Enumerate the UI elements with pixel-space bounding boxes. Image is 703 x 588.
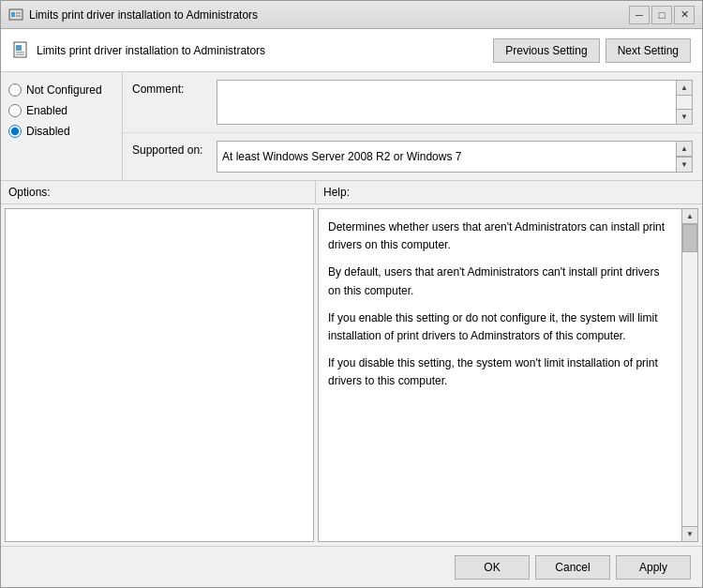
previous-setting-button[interactable]: Previous Setting <box>493 38 599 63</box>
help-para-2: By default, users that aren't Administra… <box>328 264 672 299</box>
supported-input-area: At least Windows Server 2008 R2 or Windo… <box>217 141 693 173</box>
not-configured-radio[interactable] <box>8 83 22 97</box>
bottom-area: Options: Help: Determines whether users … <box>1 181 702 546</box>
enabled-radio[interactable] <box>8 104 22 117</box>
help-para-4: If you disable this setting, the system … <box>328 354 672 390</box>
disabled-option[interactable]: Disabled <box>8 125 114 138</box>
disabled-label: Disabled <box>26 125 70 138</box>
help-scroll-thumb <box>682 224 697 252</box>
supported-label: Supported on: <box>132 141 217 157</box>
comment-input-area: ▲ ▼ <box>217 80 693 125</box>
help-para-1: Determines whether users that aren't Adm… <box>328 219 672 254</box>
title-bar-controls: ─ □ ✕ <box>629 6 695 24</box>
apply-button[interactable]: Apply <box>616 555 691 580</box>
title-bar: Limits print driver installation to Admi… <box>1 1 702 29</box>
cancel-button[interactable]: Cancel <box>535 555 610 580</box>
right-section: Comment: ▲ ▼ Supported on: <box>123 72 702 180</box>
window-title: Limits print driver installation to Admi… <box>29 8 258 22</box>
enabled-label: Enabled <box>26 104 67 117</box>
supported-scrollbar: ▲ ▼ <box>676 142 692 172</box>
supported-scroll-down[interactable]: ▼ <box>677 157 692 172</box>
next-setting-button[interactable]: Next Setting <box>606 38 691 63</box>
disabled-radio[interactable] <box>8 125 22 138</box>
help-scroll-down[interactable]: ▼ <box>682 526 697 541</box>
minimize-button[interactable]: ─ <box>629 6 650 24</box>
enabled-option[interactable]: Enabled <box>8 104 114 117</box>
comment-scrollbar: ▲ ▼ <box>676 81 692 124</box>
supported-scroll-up[interactable]: ▲ <box>677 142 692 157</box>
panels-container: Determines whether users that aren't Adm… <box>1 204 702 546</box>
help-text-content: Determines whether users that aren't Adm… <box>319 209 681 541</box>
help-scrollbar: ▲ ▼ <box>681 209 697 541</box>
svg-rect-3 <box>16 15 21 17</box>
svg-rect-5 <box>16 45 22 51</box>
comment-scroll-up[interactable]: ▲ <box>677 81 692 96</box>
options-panel <box>5 208 314 542</box>
help-para-3: If you enable this setting or do not con… <box>328 309 672 345</box>
svg-rect-2 <box>16 12 21 14</box>
help-panel: Determines whether users that aren't Adm… <box>318 208 698 542</box>
maximize-button[interactable]: □ <box>651 6 672 24</box>
title-bar-left: Limits print driver installation to Admi… <box>8 8 258 23</box>
options-header: Options: <box>1 181 316 204</box>
main-window: Limits print driver installation to Admi… <box>0 0 703 588</box>
policy-icon <box>12 41 31 60</box>
radio-section: Not Configured Enabled Disabled <box>1 72 123 180</box>
header-title: Limits print driver installation to Admi… <box>37 44 265 57</box>
comment-label: Comment: <box>132 80 217 96</box>
section-headers: Options: Help: <box>1 181 702 204</box>
comment-textarea[interactable] <box>217 81 676 124</box>
svg-rect-6 <box>16 52 24 53</box>
help-header: Help: <box>316 181 702 204</box>
not-configured-label: Not Configured <box>26 83 102 97</box>
close-button[interactable]: ✕ <box>674 6 695 24</box>
window-icon <box>8 8 23 23</box>
comment-row: Comment: ▲ ▼ <box>123 72 702 133</box>
top-section: Not Configured Enabled Disabled Comment: <box>1 72 702 181</box>
supported-value: At least Windows Server 2008 R2 or Windo… <box>217 142 676 172</box>
comment-scroll-down[interactable]: ▼ <box>677 109 692 124</box>
comment-scroll-track <box>677 96 692 109</box>
header-left: Limits print driver installation to Admi… <box>12 41 265 60</box>
help-scroll-track <box>682 224 697 526</box>
header-bar: Limits print driver installation to Admi… <box>1 29 702 72</box>
svg-rect-1 <box>11 12 15 17</box>
not-configured-option[interactable]: Not Configured <box>8 83 114 97</box>
supported-row: Supported on: At least Windows Server 20… <box>123 133 702 180</box>
supported-wrapper: At least Windows Server 2008 R2 or Windo… <box>217 141 693 173</box>
svg-rect-7 <box>16 53 24 55</box>
footer: OK Cancel Apply <box>1 546 702 587</box>
help-scroll-up[interactable]: ▲ <box>682 209 697 224</box>
ok-button[interactable]: OK <box>455 555 530 580</box>
comment-wrapper: ▲ ▼ <box>217 80 693 125</box>
nav-buttons: Previous Setting Next Setting <box>493 38 691 63</box>
